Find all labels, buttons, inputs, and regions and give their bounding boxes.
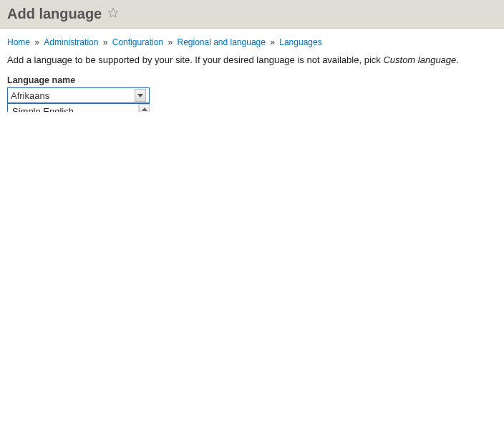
desc-text-a: Add a language to be supported by your s… bbox=[7, 54, 383, 65]
desc-italic: Custom language bbox=[383, 54, 456, 65]
description: Add a language to be supported by your s… bbox=[7, 54, 497, 65]
breadcrumb-separator: » bbox=[32, 37, 42, 47]
breadcrumb-link[interactable]: Languages bbox=[279, 37, 321, 47]
breadcrumb: Home » Administration » Configuration » … bbox=[7, 37, 497, 47]
breadcrumb-link[interactable]: Configuration bbox=[112, 37, 163, 47]
language-name-label: Language name bbox=[7, 75, 497, 85]
breadcrumb-link[interactable]: Regional and language bbox=[177, 37, 265, 47]
content: Home » Administration » Configuration » … bbox=[0, 29, 504, 112]
scrollbar[interactable] bbox=[138, 104, 149, 112]
breadcrumb-separator: » bbox=[268, 37, 277, 47]
scroll-up-icon[interactable] bbox=[139, 104, 150, 112]
dropdown-option[interactable]: Simple English bbox=[8, 104, 138, 112]
breadcrumb-separator: » bbox=[100, 37, 110, 47]
page-header: Add language bbox=[0, 0, 504, 29]
star-icon[interactable] bbox=[107, 7, 119, 21]
breadcrumb-link[interactable]: Home bbox=[7, 37, 30, 47]
chevron-down-icon bbox=[135, 89, 146, 102]
svg-marker-0 bbox=[109, 8, 118, 17]
dropdown-options: Simple EnglishSinhalaSlovakSlovenianSwah… bbox=[8, 104, 138, 112]
breadcrumb-link[interactable]: Administration bbox=[44, 37, 98, 47]
breadcrumb-separator: » bbox=[165, 37, 175, 47]
language-dropdown: Simple EnglishSinhalaSlovakSlovenianSwah… bbox=[7, 103, 150, 112]
page-title: Add language bbox=[7, 6, 102, 22]
language-select[interactable]: Afrikaans bbox=[7, 87, 150, 103]
language-select-value: Afrikaans bbox=[11, 90, 135, 101]
language-select-wrap: Afrikaans Simple EnglishSinhalaSlovakSlo… bbox=[7, 87, 150, 103]
desc-text-b: . bbox=[456, 54, 459, 65]
